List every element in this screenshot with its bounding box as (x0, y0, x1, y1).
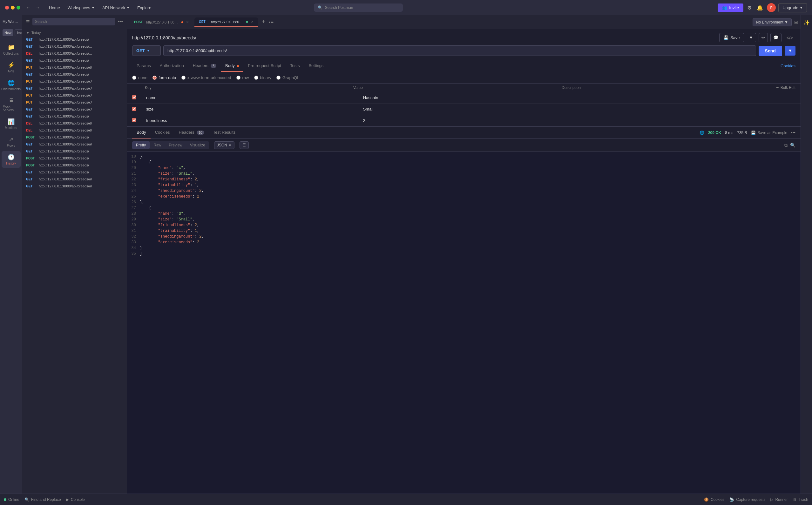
tab-get-close[interactable]: ✕ (251, 20, 254, 23)
row-value-friendliness[interactable] (362, 117, 579, 124)
explore-nav[interactable]: Explore (134, 3, 154, 12)
sidebar-magic-button[interactable]: ✨ (802, 18, 812, 28)
cookies-bottom-button[interactable]: 🍪 Cookies (704, 497, 724, 502)
bulk-edit-button[interactable]: Bulk Edit (781, 86, 796, 90)
row-desc-name[interactable] (579, 94, 796, 101)
history-item-20[interactable]: GEThttp://127.0.0.1:8000/api/breeds/a/ (22, 176, 127, 183)
history-item-18[interactable]: POSThttp://127.0.0.1:8000/api/breeds/ (22, 162, 127, 169)
response-more-button[interactable]: ••• (791, 130, 796, 135)
send-button[interactable]: Send (759, 46, 782, 56)
row-value-name[interactable] (362, 94, 579, 101)
history-item-11[interactable]: GEThttp://127.0.0.1:8000/api/breeds/ (22, 113, 127, 120)
comment-button[interactable]: 💬 (770, 33, 782, 42)
tabs-more-button[interactable]: ••• (269, 20, 274, 25)
avatar[interactable]: P (767, 3, 776, 12)
body-option-raw[interactable]: raw (236, 75, 249, 80)
console-button[interactable]: ▶ Console (66, 497, 85, 502)
history-search-input[interactable] (32, 18, 115, 25)
sidebar-item-mock-servers[interactable]: 🖥 Mock Servers (2, 95, 21, 114)
row-desc-size[interactable] (579, 106, 796, 113)
body-option-none[interactable]: none (132, 75, 147, 80)
back-button[interactable]: ← (24, 4, 32, 11)
api-network-nav[interactable]: API Network ▼ (99, 3, 133, 12)
req-tab-pre-request[interactable]: Pre-request Script (243, 60, 286, 72)
body-option-graphql[interactable]: GraphQL (276, 75, 299, 80)
req-tab-params[interactable]: Params (132, 60, 155, 72)
format-tab-preview[interactable]: Preview (165, 141, 186, 149)
sidebar-item-environments[interactable]: 🌐 Environments (2, 77, 21, 94)
workspaces-nav[interactable]: Workspaces ▼ (64, 3, 98, 12)
history-item-13[interactable]: DELhttp://127.0.0.1:8000/api/breeds/d/ (22, 127, 127, 134)
home-nav[interactable]: Home (46, 3, 63, 12)
format-tab-visualize[interactable]: Visualize (186, 141, 209, 149)
format-tab-pretty[interactable]: Pretty (132, 141, 150, 149)
notification-button[interactable]: 🔔 (756, 3, 764, 12)
sidebar-item-collections[interactable]: 📁 Collections (2, 41, 21, 58)
code-button[interactable]: </> (784, 34, 796, 42)
search-bar[interactable]: 🔍 Search Postman (314, 3, 403, 12)
body-option-binary[interactable]: binary (254, 75, 271, 80)
save-button[interactable]: 💾 Save (719, 33, 744, 42)
upgrade-button[interactable]: Upgrade ▼ (778, 3, 807, 12)
search-response-button[interactable]: 🔍 (790, 143, 796, 148)
req-tab-headers[interactable]: Headers 8 (188, 60, 221, 72)
req-tab-body[interactable]: Body (221, 60, 243, 72)
minimize-traffic-light[interactable] (11, 6, 15, 10)
row-desc-friendliness[interactable] (579, 117, 796, 124)
row-value-size[interactable] (362, 106, 579, 113)
row-check-size[interactable] (132, 107, 145, 112)
send-dropdown-button[interactable]: ▼ (785, 46, 796, 55)
row-key-size[interactable] (145, 106, 362, 113)
history-item-3[interactable]: GEThttp://127.0.0.1:8000/api/breeds/ (22, 57, 127, 64)
url-input[interactable] (163, 45, 756, 56)
history-item-2[interactable]: DELhttp://127.0.0.1:8000/api/breeds/... (22, 50, 127, 57)
row-key-name[interactable] (145, 94, 362, 101)
row-check-name[interactable] (132, 95, 145, 100)
filter-response-button[interactable]: ☰ (239, 141, 249, 149)
tab-post[interactable]: POST http://127.0.0.1:8000/a... ✕ (130, 18, 193, 27)
body-option-form-data[interactable]: form-data (153, 75, 176, 80)
row-key-friendliness[interactable] (145, 117, 362, 124)
sidebar-item-monitors[interactable]: 📊 Monitors (2, 116, 21, 132)
history-item-8[interactable]: PUThttp://127.0.0.1:8000/api/breeds/c/ (22, 92, 127, 99)
copy-response-button[interactable]: ⧉ (784, 143, 788, 148)
maximize-traffic-light[interactable] (16, 6, 20, 10)
history-item-5[interactable]: GEThttp://127.0.0.1:8000/api/breeds/ (22, 71, 127, 78)
sidebar-item-flows[interactable]: ↗ Flows (2, 133, 21, 150)
body-option-urlencoded[interactable]: x-www-form-urlencoded (181, 75, 231, 80)
res-tab-test-results[interactable]: Test Results (209, 127, 240, 139)
history-item-10[interactable]: GEThttp://127.0.0.1:8000/api/breeds/c/ (22, 106, 127, 113)
edit-button[interactable]: ✏ (759, 33, 768, 42)
trash-button[interactable]: 🗑 Trash (793, 497, 808, 502)
history-item-14[interactable]: POSThttp://127.0.0.1:8000/api/breeds/ (22, 134, 127, 141)
res-tab-cookies[interactable]: Cookies (151, 127, 174, 139)
environment-icon-button[interactable]: ⊞ (794, 20, 798, 25)
history-item-1[interactable]: GEThttp://127.0.0.1:8000/api/breeds/... (22, 43, 127, 50)
save-example-button[interactable]: 💾 Save as Example (751, 131, 787, 135)
history-item-19[interactable]: GEThttp://127.0.0.1:8000/api/breeds/ (22, 169, 127, 176)
invite-button[interactable]: 👥 Invite (718, 3, 744, 12)
history-item-12[interactable]: DELhttp://127.0.0.1:8000/api/breeds/d/ (22, 120, 127, 127)
method-select[interactable]: GET ▼ (132, 45, 161, 56)
settings-button[interactable]: ⚙ (746, 3, 753, 12)
history-item-16[interactable]: GEThttp://127.0.0.1:8000/api/breeds/ (22, 148, 127, 155)
format-selector[interactable]: JSON ▼ (214, 141, 234, 149)
res-tab-headers[interactable]: Headers 10 (174, 127, 209, 139)
capture-requests-button[interactable]: 📡 Capture requests (729, 497, 765, 502)
history-item-6[interactable]: PUThttp://127.0.0.1:8000/api/breeds/c/ (22, 78, 127, 85)
history-item-7[interactable]: GEThttp://127.0.0.1:8000/api/breeds/c/ (22, 85, 127, 92)
history-item-15[interactable]: GEThttp://127.0.0.1:8000/api/breeds/a/ (22, 141, 127, 148)
sidebar-item-apis[interactable]: ⚡ APIs (2, 59, 21, 75)
history-item-0[interactable]: GEThttp://127.0.0.1:8000/api/breeds/ (22, 36, 127, 43)
history-item-4[interactable]: PUThttp://127.0.0.1:8000/api/breeds/d/ (22, 64, 127, 71)
req-tab-tests[interactable]: Tests (286, 60, 304, 72)
close-traffic-light[interactable] (5, 6, 9, 10)
new-button[interactable]: New (3, 29, 13, 36)
res-tab-body[interactable]: Body (132, 127, 151, 139)
runner-button[interactable]: ▷ Runner (770, 497, 788, 502)
format-tab-raw[interactable]: Raw (150, 141, 165, 149)
row-check-friendliness[interactable] (132, 118, 145, 123)
tab-post-close[interactable]: ✕ (186, 20, 189, 24)
add-tab-button[interactable]: + (259, 17, 268, 27)
history-item-21[interactable]: GEThttp://127.0.0.1:8000/api/breeds/a/ (22, 183, 127, 190)
